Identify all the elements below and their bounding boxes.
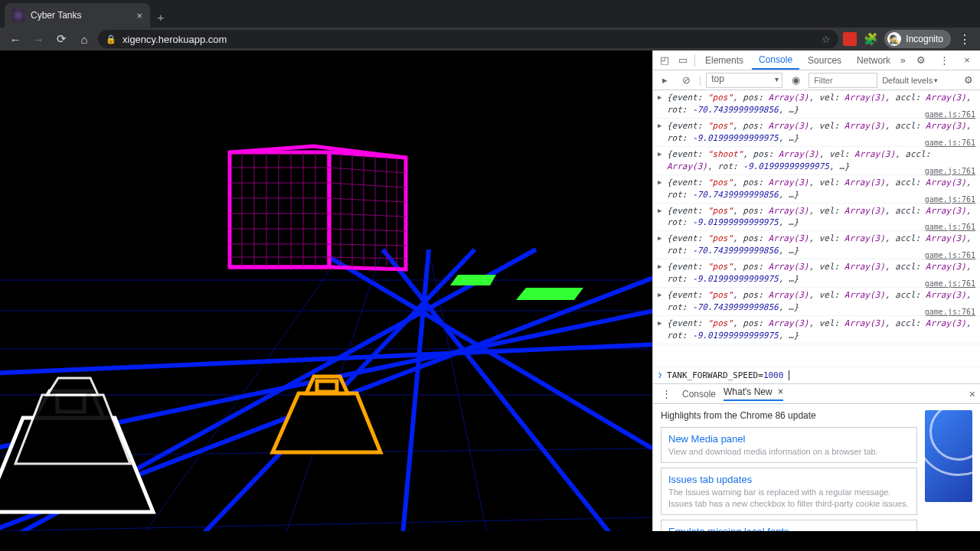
console-log-area[interactable]: ▶{event: "pos", pos: Array(3), vel: Arra… (653, 90, 980, 367)
source-link[interactable]: game.js:761 (925, 109, 975, 121)
inspect-element-icon[interactable]: ◰ (656, 52, 673, 69)
whatsnew-card[interactable]: Issues tab updatesThe Issues warning bar… (661, 468, 917, 515)
source-link[interactable]: game.js:761 (925, 307, 975, 318)
drawer-tab-whatsnew[interactable]: What's New × (724, 386, 783, 401)
close-devtools-icon[interactable]: × (959, 52, 975, 69)
svg-rect-52 (317, 381, 337, 392)
incognito-icon: 🕵 (887, 32, 901, 46)
console-log-entry[interactable]: ▶game.js:761{event: "pos", pos: Array(3)… (653, 316, 980, 344)
extensions-menu-icon[interactable]: 🧩 (861, 30, 880, 48)
new-tab-button[interactable]: + (150, 6, 172, 28)
source-link[interactable]: game.js:761 (925, 250, 975, 262)
extension-icon[interactable] (843, 32, 857, 46)
bookmark-icon[interactable]: ☆ (822, 34, 831, 45)
tab-title: Cyber Tanks (31, 10, 81, 21)
incognito-badge[interactable]: 🕵 Incognito (884, 30, 951, 48)
console-filter-input[interactable] (808, 73, 877, 88)
card-title: Emulate missing local fonts (668, 526, 910, 531)
whatsnew-card[interactable]: Emulate missing local fontsEmulate missi… (661, 520, 917, 531)
source-link[interactable]: game.js:761 (925, 222, 975, 233)
lock-icon: 🔒 (106, 34, 116, 44)
chevron-right-icon[interactable]: ▶ (658, 290, 662, 300)
console-input[interactable]: ❯ TANK_FORWARD_SPEED=1000 (653, 367, 980, 383)
chevron-right-icon[interactable]: ▶ (658, 262, 662, 272)
devtools-panel: ◰ ▭ Elements Console Sources Network » ⚙… (652, 51, 980, 531)
whatsnew-hero-image (925, 410, 972, 502)
context-selector[interactable]: top (706, 73, 782, 88)
devtools-tabbar: ◰ ▭ Elements Console Sources Network » ⚙… (653, 51, 980, 70)
chevron-right-icon[interactable]: ▶ (658, 93, 662, 103)
live-expression-icon[interactable]: ◉ (787, 72, 804, 89)
incognito-label: Incognito (906, 34, 943, 44)
tab-sources[interactable]: Sources (801, 51, 848, 70)
devtools-drawer: ⋮ Console What's New × × Highlights from… (653, 383, 980, 531)
more-tabs-icon[interactable]: » (900, 55, 906, 66)
source-link[interactable]: game.js:761 (925, 279, 975, 290)
game-viewport[interactable] (0, 51, 652, 531)
favicon-icon (12, 9, 24, 21)
whatsnew-card[interactable]: New Media panelView and download media i… (661, 427, 917, 463)
address-bar[interactable]: 🔒 xigency.herokuapp.com ☆ (98, 30, 838, 48)
bottom-letterbox (0, 531, 980, 551)
card-title: Issues tab updates (668, 474, 910, 485)
url-text: xigency.herokuapp.com (122, 34, 815, 45)
forward-button[interactable]: → (29, 30, 47, 48)
console-toolbar: ▸ ⊘ | top ◉ Default levels ▾ ⚙ (653, 70, 980, 90)
chevron-right-icon[interactable]: ▶ (658, 121, 662, 131)
card-title: New Media panel (668, 433, 910, 445)
whatsnew-headline: Highlights from the Chrome 86 update (661, 410, 917, 421)
tab-elements[interactable]: Elements (698, 51, 750, 70)
clear-console-icon[interactable]: ⊘ (678, 72, 694, 89)
reload-button[interactable]: ⟳ (52, 30, 70, 48)
source-link[interactable]: game.js:761 (925, 166, 975, 178)
devtools-menu-icon[interactable]: ⋮ (936, 52, 952, 69)
close-tab-icon[interactable]: × (778, 386, 783, 397)
browser-toolbar: ← → ⟳ ⌂ 🔒 xigency.herokuapp.com ☆ 🧩 🕵 In… (0, 28, 980, 51)
browser-menu-button[interactable]: ⋮ (956, 32, 974, 47)
tab-console[interactable]: Console (752, 51, 799, 70)
chevron-right-icon[interactable]: ▶ (658, 149, 662, 159)
settings-icon[interactable]: ⚙ (913, 52, 929, 69)
card-desc: View and download media information on a… (668, 446, 910, 457)
svg-marker-48 (450, 275, 496, 285)
browser-tab[interactable]: Cyber Tanks × (5, 3, 150, 28)
device-toggle-icon[interactable]: ▭ (675, 52, 691, 69)
log-levels-selector[interactable]: Default levels ▾ (882, 76, 938, 85)
source-link[interactable]: game.js:761 (925, 194, 975, 206)
card-desc: The Issues warning bar is replaced with … (668, 487, 910, 509)
source-link[interactable]: game.js:761 (925, 138, 975, 149)
back-button[interactable]: ← (6, 30, 24, 48)
svg-marker-49 (516, 288, 583, 300)
game-canvas (0, 51, 652, 531)
chevron-right-icon[interactable]: ▶ (658, 233, 662, 243)
tab-network[interactable]: Network (850, 51, 897, 70)
drawer-tab-console[interactable]: Console (682, 389, 716, 399)
chevron-right-icon[interactable]: ▶ (658, 178, 662, 187)
drawer-menu-icon[interactable]: ⋮ (658, 386, 675, 403)
close-drawer-icon[interactable]: × (969, 388, 975, 400)
chevron-right-icon[interactable]: ▶ (658, 318, 662, 328)
chevron-right-icon[interactable]: ▶ (658, 206, 662, 216)
home-button[interactable]: ⌂ (75, 30, 93, 48)
chevron-right-icon: ❯ (658, 370, 662, 380)
sidebar-toggle-icon[interactable]: ▸ (656, 72, 673, 89)
browser-titlebar: Cyber Tanks × + (0, 0, 980, 28)
console-settings-icon[interactable]: ⚙ (960, 72, 977, 89)
close-tab-icon[interactable]: × (136, 10, 142, 21)
